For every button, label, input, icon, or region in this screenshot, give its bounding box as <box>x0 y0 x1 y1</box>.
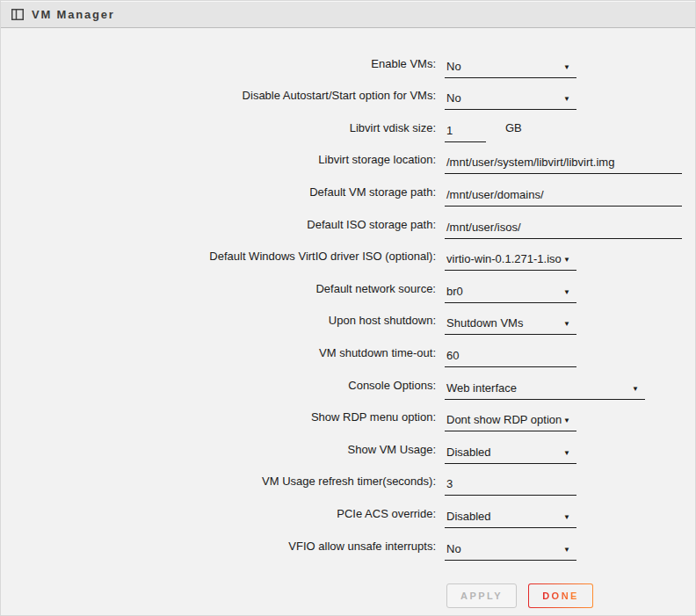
field-value: virtio-win-0.1.271-1.iso <box>446 252 562 265</box>
button-bar: APPLY DONE <box>1 583 695 608</box>
field-select[interactable]: Dont show RDP option▼ <box>445 413 576 431</box>
field-value: Shutdown VMs <box>446 316 523 330</box>
columns-icon <box>11 9 24 20</box>
field-input[interactable]: /mnt/user/system/libvirt/libvirt.img <box>445 156 682 174</box>
field-label: Enable VMs: <box>1 57 436 78</box>
field-value: 1 <box>446 124 453 137</box>
form-row: Default VM storage path:/mnt/user/domain… <box>1 174 695 207</box>
page-title: VM Manager <box>32 8 115 21</box>
field-value: Disabled <box>446 510 491 523</box>
field-suffix: GB <box>505 121 522 142</box>
field-value: br0 <box>446 285 463 298</box>
field-select[interactable]: No▼ <box>445 60 576 78</box>
field-label: Show VM Usage: <box>1 443 436 464</box>
settings-form: Enable VMs:No▼Disable Autostart/Start op… <box>1 28 695 561</box>
field-label: VM Usage refresh timer(seconds): <box>1 475 436 496</box>
dropdown-arrow-icon: ▼ <box>632 383 645 395</box>
field-select[interactable]: virtio-win-0.1.271-1.iso▼ <box>445 252 576 271</box>
dropdown-arrow-icon: ▼ <box>563 511 576 523</box>
field-value: /mnt/user/system/libvirt/libvirt.img <box>446 156 614 169</box>
field-value: /mnt/user/isos/ <box>446 221 521 234</box>
form-row: VM shutdown time-out:60 <box>1 335 695 367</box>
field-select[interactable]: br0▼ <box>445 285 576 303</box>
field-select[interactable]: Web interface▼ <box>445 381 645 400</box>
field-label: PCIe ACS override: <box>1 507 436 528</box>
field-value: No <box>446 60 461 73</box>
done-button[interactable]: DONE <box>528 583 593 608</box>
dropdown-arrow-icon: ▼ <box>563 447 576 459</box>
field-label: Upon host shutdown: <box>1 314 436 335</box>
dropdown-arrow-icon: ▼ <box>563 415 576 426</box>
vm-manager-page: VM Manager Enable VMs:No▼Disable Autosta… <box>0 0 696 616</box>
form-row: Console Options:Web interface▼ <box>1 367 695 400</box>
field-select[interactable]: Disabled▼ <box>445 446 576 464</box>
form-row: Default network source:br0▼ <box>1 271 695 303</box>
field-label: Console Options: <box>1 379 436 400</box>
field-select[interactable]: Shutdown VMs▼ <box>445 316 576 335</box>
form-row: Default ISO storage path:/mnt/user/isos/ <box>1 207 695 239</box>
field-label: VM shutdown time-out: <box>1 346 436 367</box>
dropdown-arrow-icon: ▼ <box>563 62 576 73</box>
field-input[interactable]: /mnt/user/isos/ <box>445 221 682 239</box>
field-input[interactable]: 60 <box>445 349 576 367</box>
apply-button[interactable]: APPLY <box>446 583 517 608</box>
field-select[interactable]: No▼ <box>445 91 576 110</box>
form-row: Libvirt storage location:/mnt/user/syste… <box>1 142 695 175</box>
form-row: VM Usage refresh timer(seconds):3 <box>1 464 695 496</box>
form-row: PCIe ACS override:Disabled▼ <box>1 496 695 528</box>
field-value: Disabled <box>446 446 491 459</box>
dropdown-arrow-icon: ▼ <box>563 254 576 265</box>
form-row: Show VM Usage:Disabled▼ <box>1 431 695 464</box>
field-label: Default ISO storage path: <box>1 218 436 239</box>
field-value: No <box>446 91 461 105</box>
form-row: VFIO allow unsafe interrupts:No▼ <box>1 528 695 561</box>
field-value: No <box>446 542 461 555</box>
field-value: Dont show RDP option <box>446 413 562 426</box>
field-label: Default VM storage path: <box>1 185 436 207</box>
field-label: Libvirt vdisk size: <box>1 121 436 142</box>
field-value: /mnt/user/domains/ <box>446 188 544 201</box>
field-label: VFIO allow unsafe interrupts: <box>1 540 436 561</box>
dropdown-arrow-icon: ▼ <box>563 286 576 298</box>
field-input[interactable]: 3 <box>445 477 576 496</box>
field-input[interactable]: /mnt/user/domains/ <box>445 188 682 207</box>
field-select[interactable]: Disabled▼ <box>445 510 576 528</box>
form-row: Enable VMs:No▼ <box>1 46 695 78</box>
field-label: Disable Autostart/Start option for VMs: <box>1 89 436 110</box>
field-label: Libvirt storage location: <box>1 153 436 174</box>
dropdown-arrow-icon: ▼ <box>563 93 576 105</box>
form-row: Disable Autostart/Start option for VMs:N… <box>1 78 695 111</box>
field-value: Web interface <box>446 381 517 395</box>
field-input[interactable]: 1 <box>445 124 486 142</box>
field-label: Default network source: <box>1 282 436 303</box>
page-header: VM Manager <box>1 1 695 28</box>
form-row: Show RDP menu option:Dont show RDP optio… <box>1 400 695 432</box>
dropdown-arrow-icon: ▼ <box>563 544 576 555</box>
field-value: 3 <box>446 477 453 490</box>
field-value: 60 <box>446 349 459 362</box>
done-button-label: DONE <box>542 591 579 601</box>
field-select[interactable]: No▼ <box>445 542 576 561</box>
form-row: Default Windows VirtIO driver ISO (optio… <box>1 239 695 272</box>
field-label: Show RDP menu option: <box>1 410 436 431</box>
form-row: Libvirt vdisk size:1GB <box>1 110 695 142</box>
dropdown-arrow-icon: ▼ <box>563 318 576 330</box>
field-label: Default Windows VirtIO driver ISO (optio… <box>1 250 436 271</box>
form-row: Upon host shutdown:Shutdown VMs▼ <box>1 303 695 336</box>
